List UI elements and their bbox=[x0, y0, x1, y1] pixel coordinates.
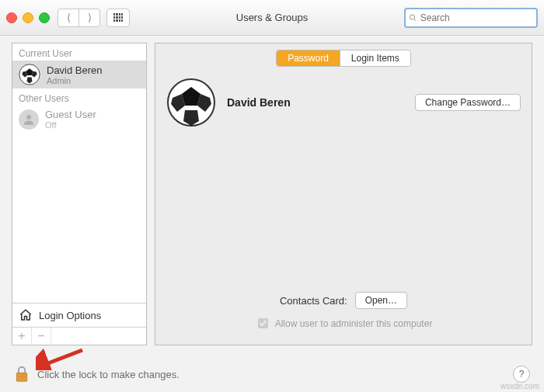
login-options-label: Login Options bbox=[39, 310, 101, 321]
content: Current User David Beren Admin Other Use… bbox=[12, 43, 532, 345]
watermark: wsxdn.com bbox=[500, 382, 539, 390]
lock-area: Click the lock to make changes. bbox=[14, 366, 180, 383]
soccer-ball-icon bbox=[19, 64, 40, 85]
remove-user-button[interactable]: − bbox=[32, 328, 51, 345]
grid-icon bbox=[113, 13, 123, 23]
contacts-card-row: Contacts Card: Open… bbox=[155, 292, 532, 309]
minimize-window-button[interactable] bbox=[23, 12, 33, 23]
house-icon bbox=[19, 308, 33, 322]
change-password-button[interactable]: Change Password… bbox=[415, 94, 521, 111]
label-other-users: Other Users bbox=[12, 88, 146, 106]
profile-picture[interactable] bbox=[166, 78, 216, 127]
current-user-role: Admin bbox=[47, 76, 103, 85]
contacts-card-label: Contacts Card: bbox=[280, 295, 347, 307]
lock-icon[interactable] bbox=[14, 366, 30, 383]
tab-group: Password Login Items bbox=[276, 50, 411, 67]
allow-administer-checkbox[interactable] bbox=[258, 318, 268, 328]
tabs: Password Login Items bbox=[166, 50, 521, 67]
nav-back-forward: ⟨ ⟩ bbox=[58, 9, 100, 27]
titlebar: ⟨ ⟩ Users & Groups bbox=[0, 0, 544, 36]
show-all-prefs-button[interactable] bbox=[106, 9, 130, 27]
close-window-button[interactable] bbox=[6, 12, 17, 23]
search-icon bbox=[409, 13, 417, 23]
sidebar-item-guest-user[interactable]: Guest User Off bbox=[12, 106, 146, 133]
users-sidebar: Current User David Beren Admin Other Use… bbox=[12, 43, 147, 345]
add-user-button[interactable]: + bbox=[12, 328, 32, 345]
footer: Click the lock to make changes. ? bbox=[14, 366, 530, 383]
allow-administer-label: Allow user to administer this computer bbox=[275, 318, 433, 329]
search-field[interactable] bbox=[404, 8, 538, 28]
sidebar-footer: Login Options + − bbox=[12, 303, 146, 345]
open-contacts-card-button[interactable]: Open… bbox=[355, 292, 407, 309]
label-current-user: Current User bbox=[12, 43, 146, 61]
main-panel: Password Login Items David Beren Change … bbox=[155, 43, 532, 345]
login-options-button[interactable]: Login Options bbox=[12, 304, 146, 328]
current-user-name: David Beren bbox=[47, 64, 103, 76]
sidebar-item-current-user[interactable]: David Beren Admin bbox=[12, 61, 146, 88]
guest-user-name: Guest User bbox=[45, 109, 96, 120]
svg-point-0 bbox=[410, 14, 414, 19]
admin-checkbox-row: Allow user to administer this computer bbox=[155, 316, 532, 331]
svg-line-1 bbox=[414, 19, 417, 21]
lock-hint-text: Click the lock to make changes. bbox=[37, 369, 180, 380]
back-button[interactable]: ⟨ bbox=[58, 9, 78, 26]
tab-password[interactable]: Password bbox=[277, 50, 340, 66]
traffic-lights bbox=[6, 12, 50, 23]
guest-avatar-icon bbox=[19, 109, 39, 130]
svg-line-14 bbox=[42, 350, 82, 366]
help-button[interactable]: ? bbox=[513, 366, 530, 383]
forward-button[interactable]: ⟩ bbox=[78, 9, 99, 26]
guest-text: Guest User Off bbox=[45, 109, 96, 130]
display-name: David Beren bbox=[227, 96, 291, 109]
window: ⟨ ⟩ Users & Groups Current User bbox=[0, 0, 544, 392]
guest-user-status: Off bbox=[45, 120, 96, 130]
svg-point-7 bbox=[26, 115, 31, 120]
profile-row: David Beren Change Password… bbox=[166, 78, 521, 127]
search-wrap bbox=[404, 8, 538, 28]
search-input[interactable] bbox=[417, 12, 533, 24]
user-text: David Beren Admin bbox=[47, 64, 103, 85]
add-remove-users: + − bbox=[12, 328, 146, 345]
fullscreen-window-button[interactable] bbox=[39, 12, 50, 23]
tab-login-items[interactable]: Login Items bbox=[340, 50, 410, 66]
